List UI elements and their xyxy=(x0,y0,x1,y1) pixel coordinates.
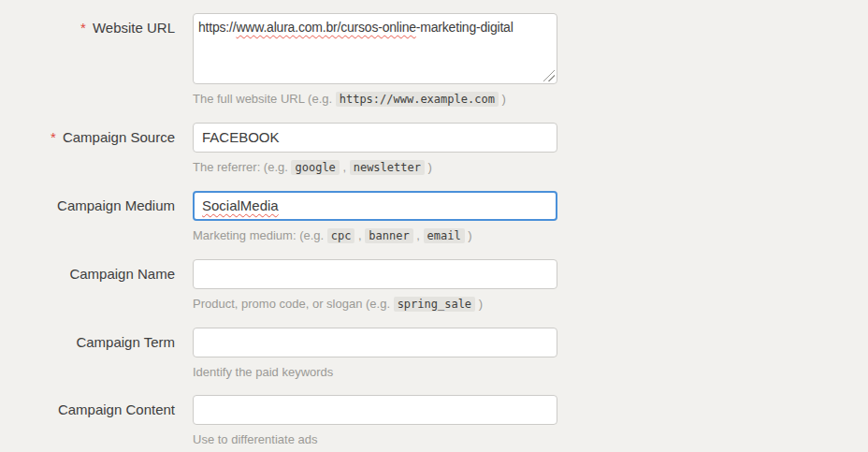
website-url-row: *Website URL https://www.alura.com.br/cu… xyxy=(0,13,868,108)
field-label: Campaign Medium xyxy=(0,191,193,221)
campaign-source-input[interactable]: FACEBOOK xyxy=(193,123,557,153)
example-code-chip: email xyxy=(424,228,465,243)
input-value-text: https:// xyxy=(198,20,236,35)
campaign-medium-row: Campaign Medium SocialMedia Marketing me… xyxy=(0,191,868,244)
help-text-segment: Marketing medium: (e.g. xyxy=(193,228,327,242)
help-text-segment: , xyxy=(354,228,365,242)
field-label-text: Campaign Source xyxy=(63,129,175,145)
help-text-segment: ) xyxy=(499,92,506,106)
required-asterisk: * xyxy=(80,20,86,36)
campaign-term-help-text: Identify the paid keywords xyxy=(193,364,557,380)
field-label: Campaign Term xyxy=(0,328,193,357)
example-code-chip: https://www.example.com xyxy=(336,92,499,107)
help-text-segment: Product, promo code, or slogan (e.g. xyxy=(193,297,394,311)
field-label: *Campaign Source xyxy=(0,123,193,153)
campaign-name-help-text: Product, promo code, or slogan (e.g. spr… xyxy=(193,296,557,313)
resize-grip-icon[interactable] xyxy=(543,70,555,81)
input-value-text: SocialMedia xyxy=(202,197,279,213)
campaign-medium-input[interactable]: SocialMedia xyxy=(193,191,557,221)
field-label-text: Campaign Name xyxy=(69,266,175,282)
field-label-text: Campaign Content xyxy=(58,401,175,417)
utm-builder-form: *Website URL https://www.alura.com.br/cu… xyxy=(0,0,868,447)
field-label: Campaign Name xyxy=(0,259,193,289)
campaign-term-input[interactable] xyxy=(193,328,557,357)
website-url-input[interactable]: https://www.alura.com.br/cursos-online-m… xyxy=(193,13,557,84)
help-text-segment: ) xyxy=(475,297,483,311)
input-value-text: FACEBOOK xyxy=(202,129,280,145)
input-value-text: -marketing-digital xyxy=(416,20,514,35)
help-text-segment: , xyxy=(413,228,424,242)
campaign-medium-help-text: Marketing medium: (e.g. cpc , banner , e… xyxy=(193,227,557,244)
help-text-segment: , xyxy=(340,160,350,174)
field-label-text: Website URL xyxy=(93,20,175,36)
campaign-source-help-text: The referrer: (e.g. google , newsletter … xyxy=(193,159,557,176)
campaign-name-input[interactable] xyxy=(193,259,557,289)
field-label: Campaign Content xyxy=(0,395,193,425)
help-text-segment: Use to differentiate ads xyxy=(193,432,317,446)
help-text-segment: The full website URL (e.g. xyxy=(193,92,336,106)
example-code-chip: newsletter xyxy=(350,160,425,175)
help-text-segment: The referrer: (e.g. xyxy=(193,160,291,174)
campaign-content-input[interactable] xyxy=(193,395,557,425)
campaign-content-row: Campaign Content Use to differentiate ad… xyxy=(0,395,868,447)
example-code-chip: google xyxy=(291,160,339,175)
campaign-name-row: Campaign Name Product, promo code, or sl… xyxy=(0,259,868,313)
field-label-text: Campaign Term xyxy=(76,334,175,350)
help-text-segment: ) xyxy=(425,160,432,174)
help-text-segment: Identify the paid keywords xyxy=(193,365,333,379)
field-label: *Website URL xyxy=(0,13,193,43)
example-code-chip: cpc xyxy=(327,228,355,243)
campaign-content-help-text: Use to differentiate ads xyxy=(193,431,557,447)
example-code-chip: spring_sale xyxy=(394,297,475,312)
help-text-segment: ) xyxy=(465,228,472,242)
required-asterisk: * xyxy=(51,129,56,145)
field-label-text: Campaign Medium xyxy=(57,197,175,213)
campaign-source-row: *Campaign Source FACEBOOK The referrer: … xyxy=(0,123,868,176)
website-url-help-text: The full website URL (e.g. https://www.e… xyxy=(193,91,557,108)
input-value-text: www.alura.com.br/cursos-online xyxy=(236,20,415,35)
example-code-chip: banner xyxy=(365,228,412,243)
campaign-term-row: Campaign Term Identify the paid keywords xyxy=(0,328,868,380)
